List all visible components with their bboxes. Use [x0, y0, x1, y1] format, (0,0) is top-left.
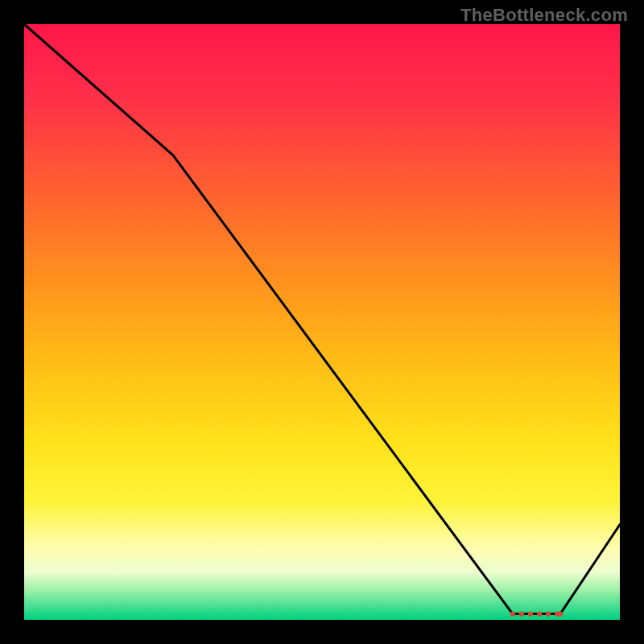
- marker-dot: [546, 611, 551, 616]
- plot-area: [24, 24, 620, 620]
- chart-svg: [24, 24, 620, 620]
- marker-dot: [510, 611, 515, 616]
- watermark-text: TheBottleneck.com: [460, 5, 628, 26]
- chart-frame: TheBottleneck.com: [0, 0, 644, 644]
- marker-dot: [537, 611, 542, 616]
- marker-dot: [528, 611, 533, 616]
- line-series-curve: [24, 24, 620, 614]
- marker-dot: [519, 611, 524, 616]
- marker-dot: [558, 611, 563, 616]
